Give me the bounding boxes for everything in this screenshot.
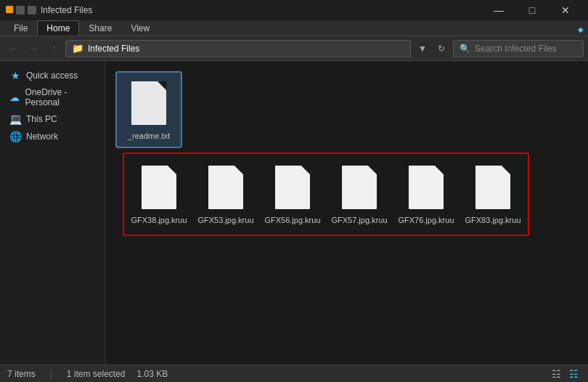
file-icon-gfx38 — [139, 163, 179, 212]
minimize-button[interactable]: — — [482, 0, 515, 20]
file-icon-gfx56 — [272, 163, 313, 212]
window-title: Infected Files — [41, 5, 92, 15]
file-item-gfx56[interactable]: GFX56.jpg.kruu — [261, 157, 324, 231]
file-label-gfx83: GFX83.jpg.kruu — [465, 215, 520, 225]
tab-share[interactable]: Share — [79, 20, 121, 36]
sidebar-item-this-pc[interactable]: 💻 This PC — [0, 110, 105, 128]
close-button[interactable]: ✕ — [549, 0, 582, 20]
file-label-gfx53: GFX53.jpg.kruu — [197, 215, 253, 225]
sidebar-item-onedrive[interactable]: ☁ OneDrive - Personal — [0, 84, 105, 110]
search-box[interactable]: 🔍 Search Infected Files — [453, 40, 584, 57]
sidebar-item-quick-access[interactable]: ★ Quick access — [0, 67, 105, 84]
file-icon-gfx57 — [339, 163, 380, 212]
file-label-readme: _readme.txt — [128, 131, 170, 141]
file-item-gfx53[interactable]: GFX53.jpg.kruu — [194, 157, 258, 231]
file-icon-readme — [128, 78, 169, 128]
address-actions: ▼ ↻ — [414, 40, 450, 57]
search-icon: 🔍 — [460, 44, 470, 54]
selected-size: 1.03 KB — [137, 369, 168, 379]
address-path[interactable]: 📁 Infected Files — [65, 40, 411, 57]
title-bar: Infected Files — □ ✕ — [0, 0, 588, 20]
file-item-readme[interactable]: _readme.txt — [117, 73, 181, 147]
sidebar-item-network[interactable]: 🌐 Network — [0, 128, 105, 145]
file-item-gfx38[interactable]: GFX38.jpg.kruu — [127, 157, 191, 231]
path-text: Infected Files — [88, 44, 139, 54]
network-icon: 🌐 — [9, 131, 22, 142]
refresh-button[interactable]: ↻ — [433, 40, 450, 57]
file-label-gfx76: GFX76.jpg.kruu — [398, 215, 454, 225]
onedrive-icon: ☁ — [9, 92, 20, 103]
file-icon-gfx76 — [406, 163, 446, 212]
file-item-gfx76[interactable]: GFX76.jpg.kruu — [394, 157, 458, 231]
file-icon-gfx83 — [473, 163, 513, 212]
file-icon-gfx53 — [205, 163, 246, 212]
file-item-gfx57[interactable]: GFX57.jpg.kruu — [327, 157, 391, 231]
quick-access-icon: ★ — [9, 70, 22, 81]
sidebar-label-quick-access: Quick access — [26, 70, 78, 81]
title-bar-icons — [6, 6, 36, 15]
status-bar: 7 items | 1 item selected 1.03 KB ☷ ☷ — [0, 365, 588, 382]
sidebar-label-onedrive: OneDrive - Personal — [25, 87, 97, 107]
up-button[interactable]: ↑ — [45, 40, 62, 57]
status-separator-1: | — [50, 369, 52, 379]
file-label-gfx38: GFX38.jpg.kruu — [131, 215, 187, 225]
ribbon-minimize[interactable]: ◆ — [578, 25, 584, 36]
status-left: 7 items | 1 item selected 1.03 KB — [7, 369, 549, 379]
tab-home[interactable]: Home — [37, 20, 79, 36]
large-icons-view-button[interactable]: ☷ — [566, 367, 581, 381]
list-view-button[interactable]: ☷ — [549, 367, 563, 381]
title-bar-left: Infected Files — [6, 5, 92, 15]
folder-icon: 📁 — [72, 43, 83, 54]
ribbon-tabs: File Home Share View ◆ — [0, 20, 588, 36]
search-placeholder: Search Infected Files — [475, 44, 557, 54]
maximize-button[interactable]: □ — [515, 0, 549, 20]
address-bar: ← → ↑ 📁 Infected Files ▼ ↻ 🔍 Search Infe… — [0, 36, 588, 61]
item-count: 7 items — [7, 369, 36, 379]
tab-view[interactable]: View — [121, 20, 159, 36]
app-icon-2 — [16, 6, 25, 15]
status-right: ☷ ☷ — [549, 367, 581, 381]
main-area: ★ Quick access ☁ OneDrive - Personal 💻 T… — [0, 61, 588, 365]
app-icon-3 — [28, 6, 36, 15]
infected-files-group: GFX38.jpg.kruu GFX53.jpg.kruu GFX56.jpg.… — [123, 153, 529, 235]
sidebar-label-network: Network — [26, 131, 58, 142]
tab-file[interactable]: File — [4, 20, 37, 36]
file-label-gfx56: GFX56.jpg.kruu — [264, 215, 320, 225]
sidebar: ★ Quick access ☁ OneDrive - Personal 💻 T… — [0, 61, 105, 365]
path-dropdown-button[interactable]: ▼ — [414, 40, 431, 57]
file-label-gfx57: GFX57.jpg.kruu — [331, 215, 387, 225]
thispc-icon: 💻 — [9, 113, 22, 125]
title-bar-controls: — □ ✕ — [482, 0, 582, 20]
forward-button[interactable]: → — [25, 40, 42, 57]
back-button[interactable]: ← — [4, 40, 22, 57]
files-grid: _readme.txt GFX38.jpg.kruu GFX53.jpg.kru… — [117, 73, 576, 236]
app-icon-1 — [6, 6, 13, 13]
selected-info: 1 item selected — [67, 369, 126, 379]
file-content: _readme.txt GFX38.jpg.kruu GFX53.jpg.kru… — [105, 61, 588, 365]
sidebar-label-this-pc: This PC — [26, 114, 57, 124]
file-item-gfx83[interactable]: GFX83.jpg.kruu — [461, 157, 525, 231]
